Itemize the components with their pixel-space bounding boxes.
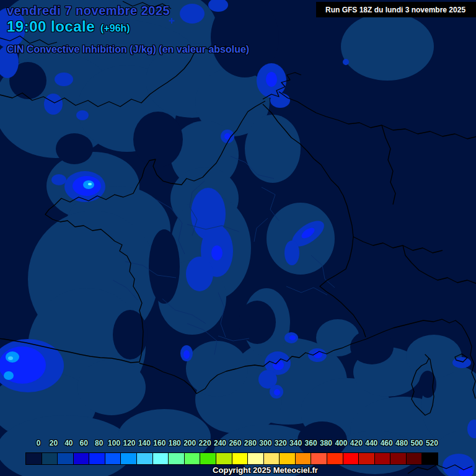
meteociel-map-page: vendredi 7 novembre 2025 19:00 locale(+9… xyxy=(0,0,476,476)
legend-value-label: 120 xyxy=(123,439,136,447)
legend-value-label: 40 xyxy=(64,439,73,447)
legend-cell xyxy=(263,452,280,465)
legend-cell xyxy=(311,452,327,465)
legend-value-label: 100 xyxy=(108,439,120,447)
legend-value-label: 420 xyxy=(350,439,363,447)
copyright-label: Copyright 2025 Meteociel.fr xyxy=(55,465,476,475)
legend-cell xyxy=(200,452,216,465)
legend-value-label: 380 xyxy=(320,439,332,447)
legend-cell xyxy=(120,452,137,465)
legend-value-label: 160 xyxy=(153,439,165,447)
legend-cell xyxy=(358,452,375,465)
map-header: vendredi 7 novembre 2025 19:00 locale(+9… xyxy=(7,3,249,55)
run-info-label: Run GFS 18Z du lundi 3 novembre 2025 xyxy=(325,6,465,14)
forecast-offset-label: (+96h) xyxy=(100,23,130,33)
legend-value-label: 240 xyxy=(214,439,226,447)
legend-value-label: 480 xyxy=(395,439,408,447)
legend-value-label: 400 xyxy=(335,439,347,447)
legend-value-label: 200 xyxy=(183,439,196,447)
legend-value-label: 360 xyxy=(305,439,317,447)
run-info-box: Run GFS 18Z du lundi 3 novembre 2025 xyxy=(316,2,476,17)
legend-value-label: 460 xyxy=(381,439,393,447)
legend-value-label: 440 xyxy=(365,439,377,447)
legend-value-label: 80 xyxy=(95,439,103,447)
legend-cell xyxy=(232,452,249,465)
legend-cell xyxy=(57,452,74,465)
legend-cell xyxy=(421,452,438,465)
legend-value-label: 300 xyxy=(259,439,271,447)
legend-value-label: 340 xyxy=(289,439,302,447)
legend-cell xyxy=(73,452,90,465)
legend-cell xyxy=(327,452,343,465)
legend-value-label: 280 xyxy=(244,439,257,447)
legend-value-label: 500 xyxy=(410,439,423,447)
legend-cell xyxy=(374,452,391,465)
legend-cell xyxy=(295,452,312,465)
legend-cell xyxy=(25,452,42,465)
legend-cell xyxy=(184,452,201,465)
legend-cell xyxy=(152,452,169,465)
legend-value-label: 0 xyxy=(37,439,41,447)
legend-cell xyxy=(343,452,359,465)
legend-cell xyxy=(247,452,264,465)
legend-cell xyxy=(279,452,296,465)
legend-value-label: 520 xyxy=(426,439,438,447)
legend-value-label: 140 xyxy=(138,439,151,447)
time-label: 19:00 locale xyxy=(7,18,95,35)
legend-value-label: 220 xyxy=(199,439,211,447)
legend-bar xyxy=(25,452,438,465)
parameter-label: CIN Convective Inhibition (J/kg) (en val… xyxy=(7,44,249,55)
legend-cell xyxy=(168,452,185,465)
peak-core-southwest xyxy=(8,356,13,360)
date-label: vendredi 7 novembre 2025 xyxy=(7,3,249,18)
legend-value-label: 180 xyxy=(169,439,181,447)
legend-value-label: 20 xyxy=(50,439,58,447)
legend-value-label: 260 xyxy=(229,439,241,447)
legend-cell xyxy=(406,452,423,465)
legend-value-label: 320 xyxy=(275,439,287,447)
legend-cell xyxy=(42,452,58,465)
weather-map xyxy=(0,0,476,476)
legend-cell xyxy=(390,452,407,465)
peak-core-brittany xyxy=(88,183,92,185)
legend-cell xyxy=(89,452,105,465)
legend-cell xyxy=(105,452,121,465)
legend-value-label: 60 xyxy=(80,439,88,447)
legend-labels: 0204060801001201401601802002202402602803… xyxy=(25,439,438,449)
legend-cell xyxy=(136,452,153,465)
legend-cell xyxy=(216,452,232,465)
